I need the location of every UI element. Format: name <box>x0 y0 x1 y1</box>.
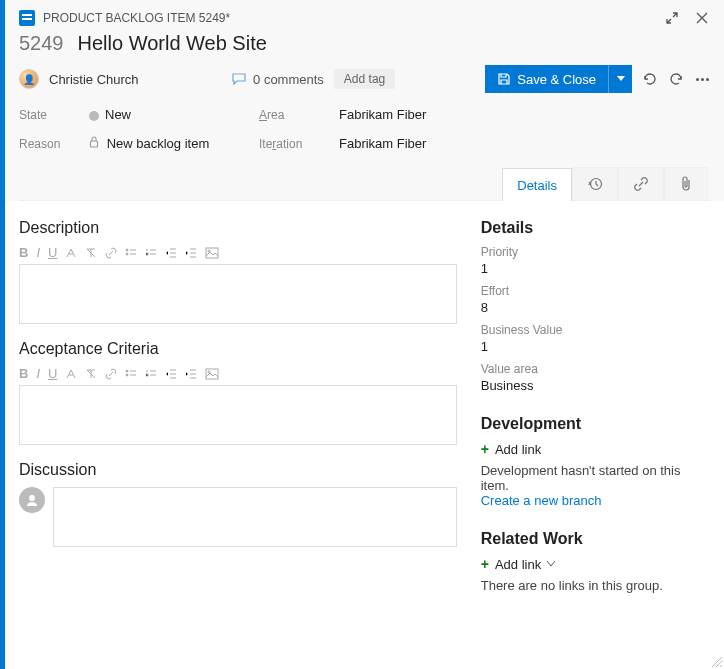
iteration-label: Iteration <box>259 137 329 151</box>
italic-button[interactable]: I <box>36 366 40 381</box>
work-item-type-icon <box>19 10 35 26</box>
svg-point-12 <box>29 495 35 501</box>
number-list-button[interactable] <box>145 368 157 380</box>
save-icon <box>497 72 511 86</box>
svg-point-9 <box>126 374 128 376</box>
history-icon <box>587 176 603 192</box>
assigned-to[interactable]: Christie Church <box>49 72 139 87</box>
svg-point-5 <box>126 253 128 255</box>
outdent-button[interactable] <box>165 368 177 380</box>
clear-format-button[interactable] <box>85 368 97 380</box>
chevron-down-icon <box>617 76 625 82</box>
plus-icon: + <box>481 441 489 457</box>
area-value[interactable]: Fabrikam Fiber <box>339 107 710 122</box>
svg-point-8 <box>126 370 128 372</box>
business-value-label: Business Value <box>481 323 710 337</box>
save-and-close-button[interactable]: Save & Close <box>485 65 608 93</box>
tab-attachments[interactable] <box>664 167 708 200</box>
related-empty-text: There are no links in this group. <box>481 578 710 593</box>
svg-rect-10 <box>206 369 218 379</box>
effort-label: Effort <box>481 284 710 298</box>
resize-grip[interactable] <box>710 655 722 667</box>
area-label: Area <box>259 108 329 122</box>
indent-button[interactable] <box>185 247 197 259</box>
bold-button[interactable]: B <box>19 366 28 381</box>
related-work-heading: Related Work <box>481 530 710 548</box>
tab-details[interactable]: Details <box>502 168 572 201</box>
expand-icon[interactable] <box>664 10 680 26</box>
dev-empty-text: Development hasn't started on this item. <box>481 463 710 493</box>
undo-icon[interactable] <box>668 71 684 87</box>
development-heading: Development <box>481 415 710 433</box>
discussion-heading: Discussion <box>19 461 457 479</box>
create-branch-link[interactable]: Create a new branch <box>481 493 710 508</box>
acceptance-heading: Acceptance Criteria <box>19 340 457 358</box>
underline-button[interactable]: U <box>48 245 57 260</box>
priority-label: Priority <box>481 245 710 259</box>
iteration-value[interactable]: Fabrikam Fiber <box>339 136 710 151</box>
svg-rect-1 <box>22 18 32 20</box>
svg-rect-6 <box>206 248 218 258</box>
details-heading: Details <box>481 219 710 237</box>
acceptance-editor[interactable] <box>19 385 457 445</box>
description-editor[interactable] <box>19 264 457 324</box>
link-icon <box>633 176 649 192</box>
chevron-down-icon <box>547 561 555 567</box>
tab-links[interactable] <box>618 167 664 200</box>
font-button[interactable] <box>65 368 77 380</box>
svg-point-4 <box>126 249 128 251</box>
state-dot-icon <box>89 111 99 121</box>
business-value-value[interactable]: 1 <box>481 339 710 354</box>
bold-button[interactable]: B <box>19 245 28 260</box>
italic-button[interactable]: I <box>36 245 40 260</box>
link-button[interactable] <box>105 368 117 380</box>
add-related-link-button[interactable]: + Add link <box>481 556 710 572</box>
lock-icon <box>89 136 103 151</box>
refresh-icon[interactable] <box>642 71 658 87</box>
state-label: State <box>19 108 79 122</box>
state-value[interactable]: New <box>89 107 249 122</box>
description-toolbar: B I U <box>19 245 457 260</box>
image-button[interactable] <box>205 247 219 259</box>
link-button[interactable] <box>105 247 117 259</box>
plus-icon: + <box>481 556 489 572</box>
value-area-value[interactable]: Business <box>481 378 710 393</box>
effort-value[interactable]: 8 <box>481 300 710 315</box>
close-icon[interactable] <box>694 10 710 26</box>
value-area-label: Value area <box>481 362 710 376</box>
comments-count[interactable]: 0 comments <box>231 72 324 87</box>
reason-label: Reason <box>19 137 79 151</box>
bullet-list-button[interactable] <box>125 247 137 259</box>
svg-rect-0 <box>22 14 32 16</box>
attachment-icon <box>679 176 693 192</box>
acceptance-toolbar: B I U <box>19 366 457 381</box>
outdent-button[interactable] <box>165 247 177 259</box>
save-dropdown-button[interactable] <box>608 65 632 93</box>
work-item-id: 5249 <box>19 32 64 55</box>
description-heading: Description <box>19 219 457 237</box>
current-user-avatar <box>19 487 45 513</box>
add-dev-link-button[interactable]: + Add link <box>481 441 710 457</box>
font-button[interactable] <box>65 247 77 259</box>
underline-button[interactable]: U <box>48 366 57 381</box>
number-list-button[interactable] <box>145 247 157 259</box>
bullet-list-button[interactable] <box>125 368 137 380</box>
svg-rect-2 <box>91 141 98 147</box>
image-button[interactable] <box>205 368 219 380</box>
comment-icon <box>231 72 247 86</box>
discussion-input[interactable] <box>53 487 457 547</box>
priority-value[interactable]: 1 <box>481 261 710 276</box>
avatar[interactable]: 👤 <box>19 69 39 89</box>
work-item-title[interactable]: Hello World Web Site <box>78 32 267 55</box>
reason-value[interactable]: New backlog item <box>89 136 249 151</box>
tab-history[interactable] <box>572 167 618 200</box>
clear-format-button[interactable] <box>85 247 97 259</box>
more-actions-button[interactable] <box>694 71 710 87</box>
breadcrumb: PRODUCT BACKLOG ITEM 5249* <box>43 11 656 25</box>
indent-button[interactable] <box>185 368 197 380</box>
add-tag-button[interactable]: Add tag <box>334 69 395 89</box>
